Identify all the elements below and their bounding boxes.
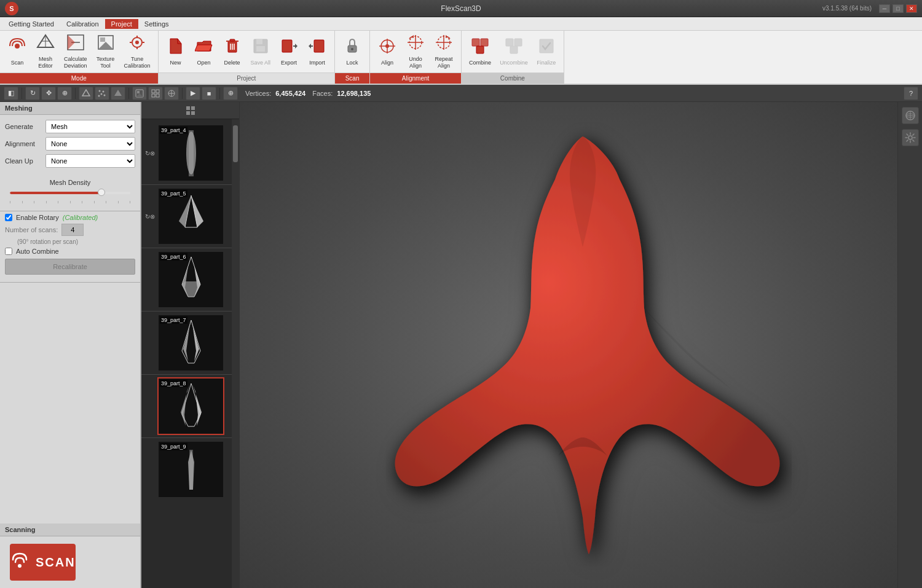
recalibrate-button[interactable]: Recalibrate: [5, 259, 135, 275]
view-rotate-button[interactable]: ↻: [25, 87, 40, 100]
view-play-button[interactable]: ▶: [186, 87, 200, 100]
svg-point-55: [103, 90, 104, 92]
panel-divider-2: [0, 282, 140, 283]
svg-rect-91: [164, 380, 219, 433]
toolbar-calculate-deviation-button[interactable]: CalculateDeviation: [60, 34, 91, 69]
svg-point-0: [15, 44, 20, 49]
toolbar-import-button[interactable]: Import: [304, 34, 331, 69]
maximize-button[interactable]: □: [892, 4, 904, 13]
generate-label: Generate: [5, 123, 42, 130]
toggle-panel-button[interactable]: ◧: [4, 87, 18, 100]
svg-rect-61: [137, 91, 140, 93]
tune-icon: [128, 34, 146, 55]
rotary-options: Number of scans: (90° rotation per scan)…: [0, 224, 140, 280]
svg-rect-47: [481, 39, 488, 46]
toolbar-separator-3: [128, 88, 129, 99]
toolbar-mesh-editor-button[interactable]: MeshEditor: [32, 34, 59, 69]
repeat-align-label: RepeatAlign: [435, 56, 453, 69]
svg-rect-82: [164, 254, 219, 306]
view-stop-button[interactable]: ■: [202, 87, 216, 100]
scrollbar-thumb[interactable]: [233, 125, 238, 162]
svg-marker-28: [295, 44, 297, 49]
auto-combine-row: Auto Combine: [5, 248, 135, 255]
open-label: Open: [197, 60, 211, 66]
view-solid-button[interactable]: [111, 87, 125, 100]
thumbnail-39-part-8[interactable]: 39_part_8: [157, 377, 224, 435]
view-grid-button[interactable]: [148, 87, 163, 100]
thumbnail-39-part-4[interactable]: 39_part_4 ↻⊗: [157, 124, 224, 182]
generate-select[interactable]: Mesh Points None: [45, 120, 135, 133]
toolbar-open-button[interactable]: Open: [191, 34, 218, 69]
toolbar-repeat-align-button[interactable]: RepeatAlign: [430, 34, 457, 69]
menu-getting-started[interactable]: Getting Started: [2, 19, 60, 29]
thumb-label-9: 39_part_9: [160, 443, 187, 450]
settings-button[interactable]: [902, 129, 919, 146]
finalize-icon: [537, 37, 556, 58]
toolbar-new-button[interactable]: New: [162, 34, 189, 69]
svg-point-57: [104, 94, 106, 96]
toolbar-export-button[interactable]: Export: [275, 34, 302, 69]
thumb-ctrl-4-rotate[interactable]: ↻⊗: [145, 150, 155, 157]
toolbar-separator-2: [75, 88, 76, 99]
toolbar-combine-section: Combine Uncombine Finalize Combine: [462, 31, 564, 84]
view-toolbar: ◧ ↻ ✥ ⊕ ▶ ■ ⊕ Vertices: 6,455,42: [0, 85, 922, 102]
thumbnail-39-part-7[interactable]: 39_part_7: [157, 314, 224, 372]
view-wireframe-button[interactable]: [79, 87, 93, 100]
view-texture-button[interactable]: [132, 87, 147, 100]
view-crosshair-button[interactable]: ⊕: [223, 87, 238, 100]
svg-rect-64: [156, 90, 159, 93]
svg-point-70: [18, 564, 22, 568]
thumb-label-7: 39_part_7: [160, 316, 187, 324]
mesh-density-label: Mesh Density: [5, 179, 135, 186]
vertex-stats: Vertices: 6,455,424 Faces: 12,698,135: [245, 90, 371, 97]
thumbnail-39-part-6[interactable]: 39_part_6: [157, 251, 224, 308]
svg-point-37: [385, 44, 389, 48]
project-section-label: Project: [159, 73, 335, 84]
minimize-button[interactable]: ─: [879, 4, 890, 13]
scan-wifi-icon: [10, 552, 30, 573]
cleanup-select[interactable]: None Basic Advanced: [45, 154, 135, 168]
new-icon: [167, 37, 185, 58]
menu-settings[interactable]: Settings: [138, 19, 175, 29]
toolbar-lock-button[interactable]: Lock: [339, 34, 366, 69]
toolbar-combine-button[interactable]: Combine: [465, 34, 495, 69]
enable-rotary-checkbox[interactable]: [5, 214, 12, 221]
scan-button[interactable]: SCAN: [10, 544, 76, 581]
alignment-select[interactable]: None Auto Manual: [45, 137, 135, 151]
toolbar-scan-button[interactable]: Scan: [4, 34, 31, 69]
mesh-density-slider[interactable]: [10, 189, 130, 198]
view-zoom-button[interactable]: ⊕: [57, 87, 72, 100]
toolbar-align-button[interactable]: Align: [374, 34, 401, 69]
toolbar-texture-tool-button[interactable]: TextureTool: [92, 34, 119, 69]
scan-section-label: Scan: [335, 73, 369, 84]
thumb-label-6: 39_part_6: [160, 253, 187, 261]
alignment-section-label: Alignment: [370, 73, 461, 84]
menu-project[interactable]: Project: [105, 19, 138, 29]
thumb-ctrl-5-icon[interactable]: ↻⊗: [145, 213, 155, 220]
view-pan-button[interactable]: ✥: [41, 87, 56, 100]
view-points-button[interactable]: [95, 87, 109, 100]
view-orientation-button[interactable]: [902, 107, 919, 124]
thumbnail-scrollbar[interactable]: [232, 119, 239, 588]
deviation-label: CalculateDeviation: [64, 56, 87, 69]
view-mesh-color-button[interactable]: [164, 87, 179, 100]
thumbnail-39-part-5[interactable]: 39_part_5 ↻⊗: [157, 187, 224, 245]
auto-combine-checkbox[interactable]: [5, 248, 12, 255]
thumbnail-panel: 39_part_4 ↻⊗ 39_part_5 ↻⊗: [141, 102, 240, 588]
3d-viewport[interactable]: [240, 102, 897, 588]
toolbar-separator: [22, 88, 22, 99]
mesh-editor-icon: [36, 34, 55, 55]
menu-bar: Getting Started Calibration Project Sett…: [0, 17, 922, 31]
num-scans-input[interactable]: [61, 224, 84, 236]
toolbar-delete-button[interactable]: Delete: [219, 34, 246, 69]
toolbar-tune-calibration-button[interactable]: TuneCalibration: [120, 34, 154, 69]
thumbnail-39-part-9[interactable]: 39_part_9: [157, 441, 224, 498]
menu-calibration[interactable]: Calibration: [60, 19, 105, 29]
calibrated-label: (Calibrated): [63, 214, 98, 221]
toolbar-undo-align-button[interactable]: UndoAlign: [402, 34, 429, 69]
help-button[interactable]: ?: [904, 87, 918, 100]
combine-label: Combine: [469, 60, 491, 66]
slider-ticks: [10, 201, 130, 203]
close-button[interactable]: ✕: [906, 4, 917, 13]
version-label: v3.1.5.38 (64 bits): [822, 5, 872, 12]
